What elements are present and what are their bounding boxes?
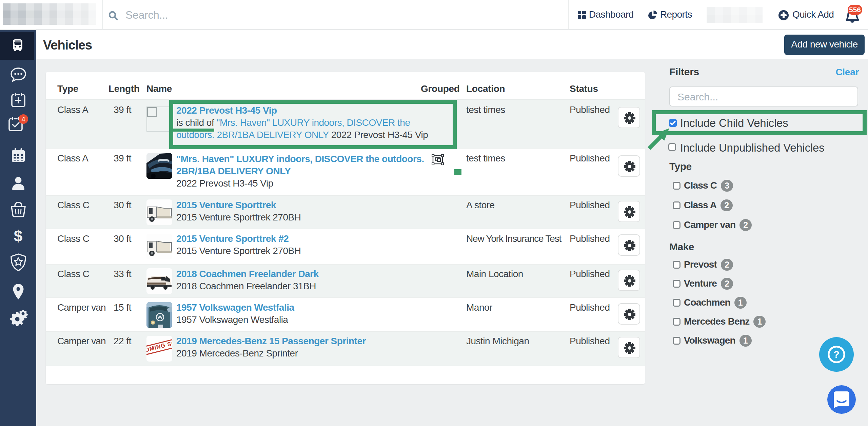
- svg-text:4: 4: [21, 115, 25, 123]
- svg-text:?: ?: [833, 349, 840, 360]
